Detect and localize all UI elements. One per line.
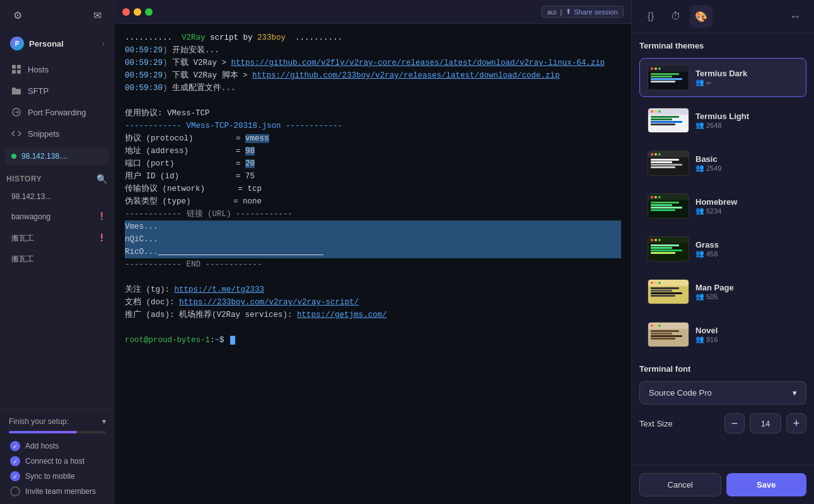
theme-users: 👥 ∞ [695, 78, 798, 86]
sidebar-top: ⚙ ✉ [0, 0, 115, 30]
theme-users: 👥 458 [695, 249, 798, 258]
port-forwarding-label: Port Forwarding [28, 108, 86, 117]
terminal-line: 关注 (tg): https://t.me/tg2333 [125, 284, 621, 296]
nav-items: Hosts SFTP Port Forwarding Snippets [0, 57, 115, 147]
font-value: Source Code Pro [649, 388, 712, 398]
svg-rect-3 [17, 70, 21, 74]
svg-rect-1 [17, 65, 21, 69]
setup-item-1[interactable]: ✓ Connect to a host [8, 454, 107, 469]
arrows-icon [11, 107, 21, 117]
save-button[interactable]: Save [726, 473, 807, 496]
mail-button[interactable]: ✉ [88, 6, 106, 24]
theme-preview-homebrew [648, 193, 689, 219]
share-session-button[interactable]: ⬆ Share session [566, 8, 618, 16]
active-host-indicator [11, 154, 16, 159]
theme-preview-basic [648, 151, 689, 176]
terminal-line: 端口 (port) = 20 [125, 158, 621, 170]
themes-section-title: Terminal themes [639, 41, 806, 50]
setup-item-0[interactable]: ✓ Add hosts [8, 438, 107, 454]
setup-chevron-icon: ▾ [102, 417, 106, 426]
theme-card-homebrew[interactable]: Homebrew 👥 5234 [639, 186, 806, 226]
cancel-button[interactable]: Cancel [639, 473, 721, 496]
personal-avatar: P [10, 37, 24, 50]
terminal-line: 00:59:29) 下载 V2Ray > https://github.com/… [125, 57, 621, 69]
terminal-line: 传输协议 (network) = tcp [125, 183, 621, 195]
close-traffic-light[interactable] [122, 8, 130, 16]
sidebar-footer: Finish your setup: ▾ ✓ Add hosts ✓ Conne… [0, 409, 115, 504]
sidebar-item-snippets[interactable]: Snippets [5, 123, 110, 144]
terminal-line: 推广 (ads): 机场推荐(V2Ray services): https://… [125, 309, 621, 321]
terminal-line [125, 94, 621, 107]
panel-tabs: {} ⏱ 🎨 ↔ [632, 0, 814, 33]
maximize-traffic-light[interactable] [145, 8, 153, 16]
snippets-label: Snippets [28, 129, 60, 139]
history-item-1[interactable]: banwagong ! [5, 207, 110, 227]
terminal-topbar: aui | ⬆ Share session [115, 0, 631, 24]
theme-info-homebrew: Homebrew 👥 5234 [695, 197, 798, 215]
theme-preview-grass [648, 236, 689, 261]
theme-info-grass: Grass 👥 458 [695, 240, 798, 258]
increase-text-size-button[interactable]: + [786, 413, 806, 433]
history-item-3[interactable]: 搬瓦工 [5, 249, 110, 269]
theme-name: Termius Light [695, 112, 798, 121]
personal-header[interactable]: P Personal › [6, 33, 108, 54]
terminal-line [125, 321, 621, 334]
theme-card-novel[interactable]: Novel 👥 916 [639, 315, 806, 354]
session-label: aui [547, 8, 557, 16]
theme-card-basic[interactable]: Basic 👥 2549 [639, 144, 806, 183]
active-host-item[interactable]: 98.142.138.... [5, 147, 110, 165]
theme-card-termius-dark[interactable]: Termius Dark 👥 ∞ [639, 58, 806, 97]
tab-time[interactable]: ⏱ [665, 5, 687, 28]
theme-preview-novel [648, 322, 689, 347]
sidebar-item-sftp[interactable]: SFTP [5, 81, 110, 101]
settings-button[interactable]: ⚙ [9, 6, 26, 24]
chevron-down-icon: ▾ [793, 388, 797, 398]
setup-item-label-0: Add hosts [25, 442, 59, 450]
theme-name: Basic [695, 154, 798, 164]
panel-expand-button[interactable]: ↔ [784, 5, 806, 28]
history-item-badge-2: ! [100, 232, 103, 244]
theme-name: Novel [695, 326, 798, 335]
setup-item-2[interactable]: ✓ Sync to mobile [8, 469, 107, 484]
separator: | [560, 8, 562, 16]
sidebar-item-hosts[interactable]: Hosts [5, 59, 110, 79]
theme-card-man-page[interactable]: Man Page 👥 505 [639, 272, 806, 311]
setup-check-3 [10, 486, 20, 496]
terminal-content[interactable]: .......... V2Ray script by 233boy ......… [115, 24, 631, 504]
theme-info-novel: Novel 👥 916 [695, 326, 798, 343]
share-label: Share session [574, 8, 618, 16]
theme-name: Homebrew [695, 197, 798, 207]
users-icon: 👥 [695, 164, 704, 172]
font-selector-button[interactable]: Source Code Pro ▾ [639, 381, 806, 404]
tab-themes[interactable]: 🎨 [690, 5, 712, 28]
font-section: Terminal font Source Code Pro ▾ Text Siz… [639, 364, 806, 441]
setup-items: ✓ Add hosts ✓ Connect to a host ✓ Sync t… [5, 438, 110, 499]
history-section: History 🔍 [0, 166, 115, 188]
history-item-badge-1: ! [100, 211, 103, 222]
sidebar-item-port-forwarding[interactable]: Port Forwarding [5, 102, 110, 122]
history-item-2[interactable]: 搬瓦工 ! [5, 228, 110, 248]
personal-left: P Personal [10, 37, 64, 50]
setup-progress-fill [9, 431, 77, 433]
theme-name: Termius Dark [695, 69, 798, 78]
decrease-text-size-button[interactable]: − [724, 413, 745, 433]
theme-preview-man-page [648, 279, 689, 304]
text-size-value: 14 [750, 413, 781, 433]
traffic-lights [122, 8, 153, 16]
setup-item-label-2: Sync to mobile [25, 472, 75, 481]
theme-name: Grass [695, 240, 798, 249]
theme-card-termius-light[interactable]: Termius Light 👥 2648 [639, 101, 806, 140]
theme-card-grass[interactable]: Grass 👥 458 [639, 229, 806, 268]
svg-rect-2 [12, 70, 16, 74]
setup-header[interactable]: Finish your setup: ▾ [5, 415, 110, 428]
history-search-button[interactable]: 🔍 [95, 173, 108, 185]
setup-item-3[interactable]: Invite team members [8, 484, 107, 499]
sidebar: ⚙ ✉ P Personal › Hosts SFTP [0, 0, 115, 504]
history-title: History [6, 175, 42, 183]
right-panel: {} ⏱ 🎨 ↔ Terminal themes [631, 0, 814, 504]
theme-users: 👥 505 [695, 292, 798, 301]
minimize-traffic-light[interactable] [134, 8, 141, 16]
tab-code[interactable]: {} [639, 5, 662, 28]
history-item-0[interactable]: 98.142.13... [5, 188, 110, 205]
panel-content: Terminal themes Termius Dark [632, 33, 814, 465]
